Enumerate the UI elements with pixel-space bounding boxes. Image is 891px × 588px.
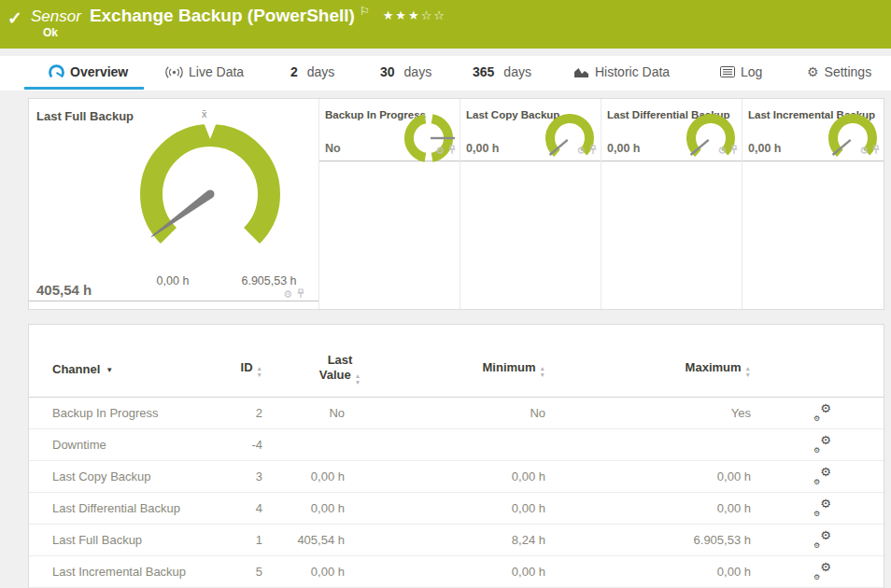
sort-arrows-icon: ▲▼	[745, 366, 751, 377]
tab-settings[interactable]: ⚙ Settings	[807, 56, 871, 88]
gear-icon: ⚙	[807, 64, 819, 79]
tab-bar: Overview Live Data 2 days 30 days 365 da…	[0, 56, 891, 91]
tab-historic-data[interactable]: Historic Data	[573, 56, 670, 88]
tab-number: 30	[380, 64, 395, 79]
channel-maximum: 0,00 h	[545, 565, 751, 579]
tab-label: Settings	[825, 64, 872, 79]
gauges-panel: Last Full Backup x̄ 0,00 h 6.905,53 h 40…	[28, 98, 884, 310]
table-row: Downtime -4 ⚙⚙	[29, 429, 884, 461]
channel-id: 2	[225, 406, 262, 420]
column-header-minimum[interactable]: Minimum▲▼	[345, 360, 545, 377]
channel-settings-icon[interactable]: ⚙⚙	[813, 469, 831, 484]
channel-name: Last Differential Backup	[52, 501, 225, 515]
object-type-label: Sensor	[31, 7, 81, 25]
tab-number: 365	[473, 64, 494, 79]
tab-label: Overview	[70, 64, 128, 79]
area-chart-icon	[573, 66, 589, 78]
gauge-settings-gear-icon[interactable]: ⚙	[435, 146, 445, 156]
channel-last-value: 0,00 h	[262, 469, 345, 483]
pin-icon[interactable]	[729, 142, 739, 159]
channel-name: Backup In Progress	[52, 406, 225, 420]
channel-last-value: 405,54 h	[262, 533, 345, 547]
priority-stars[interactable]: ★★★☆☆	[383, 8, 446, 22]
broadcast-icon	[165, 65, 183, 79]
sensor-header: ✓ SensorExchange Backup (PowerShell)⚐★★★…	[0, 0, 891, 49]
gauge-last-differential-backup: Last Differential Backup 0,00 h ⚙	[601, 99, 742, 309]
gauge-last-copy-backup: Last Copy Backup 0,00 h ⚙	[460, 99, 601, 309]
channel-maximum: 0,00 h	[545, 501, 751, 515]
column-header-id[interactable]: ID▲▼	[225, 360, 262, 377]
gauge-last-full-backup: Last Full Backup x̄ 0,00 h 6.905,53 h 40…	[29, 99, 318, 301]
channel-settings-icon[interactable]: ⚙⚙	[813, 437, 831, 453]
column-header-channel[interactable]: Channel▼	[52, 362, 225, 376]
tab-log[interactable]: Log	[720, 56, 762, 88]
channel-id: 1	[225, 533, 262, 547]
gauge-settings-gear-icon[interactable]: ⚙	[283, 289, 292, 300]
gauge-backup-in-progress: Backup In Progress No ⚙	[318, 99, 460, 309]
channel-name: Last Full Backup	[52, 533, 225, 547]
gauge-value: 405,54 h	[36, 282, 92, 298]
gauge-settings-gear-icon[interactable]: ⚙	[576, 146, 586, 156]
channel-settings-icon[interactable]: ⚙⚙	[813, 500, 831, 516]
channel-minimum: 0,00 h	[345, 565, 545, 579]
active-tab-underline	[24, 87, 144, 90]
tab-label: Historic Data	[595, 64, 670, 79]
tab-label: Log	[741, 64, 762, 79]
gauge-icon	[49, 64, 64, 80]
table-row: Last Full Backup 1 405,54 h 8,24 h 6.905…	[29, 525, 884, 556]
average-marker: x̄	[202, 108, 207, 119]
channel-minimum: No	[345, 406, 545, 420]
table-row: Backup In Progress 2 No No Yes ⚙⚙	[29, 398, 884, 429]
channel-name: Last Copy Backup	[52, 469, 225, 483]
priority-flag-icon[interactable]: ⚐	[360, 5, 370, 18]
table-row: Last Differential Backup 4 0,00 h 0,00 h…	[29, 493, 884, 525]
gauge-settings-gear-icon[interactable]: ⚙	[859, 146, 869, 156]
tab-365-days[interactable]: 365 days	[473, 56, 531, 88]
channel-id: 4	[225, 501, 262, 515]
channel-maximum: Yes	[545, 406, 751, 420]
channel-id: 5	[225, 565, 262, 579]
channel-last-value: 0,00 h	[262, 501, 345, 515]
pin-icon[interactable]	[447, 142, 457, 159]
sort-caret-icon: ▼	[106, 366, 113, 374]
channel-settings-icon[interactable]: ⚙⚙	[813, 564, 831, 580]
gauge-min-label: 0,00 h	[139, 274, 206, 287]
channel-maximum: 6.905,53 h	[545, 533, 751, 547]
tab-2-days[interactable]: 2 days	[290, 56, 334, 88]
status-badge: Ok	[43, 26, 58, 39]
column-header-last-value[interactable]: Last Value▲▼	[262, 353, 345, 385]
pin-icon[interactable]	[588, 142, 598, 159]
tab-label: days	[307, 64, 335, 79]
channel-settings-icon[interactable]: ⚙⚙	[813, 405, 831, 421]
tab-live-data[interactable]: Live Data	[165, 56, 244, 88]
gauge-value: 0,00 h	[607, 142, 640, 155]
gauge-value: No	[325, 142, 341, 155]
channel-name: Last Incremental Backup	[52, 565, 225, 579]
channel-id: 3	[225, 469, 262, 483]
pin-icon[interactable]	[871, 142, 881, 159]
gauge-last-incremental-backup: Last Incremental Backup 0,00 h ⚙	[742, 99, 884, 309]
status-ok-check-icon: ✓	[7, 7, 22, 29]
tab-label: days	[503, 64, 531, 79]
tab-30-days[interactable]: 30 days	[380, 56, 431, 88]
table-row: Last Copy Backup 3 0,00 h 0,00 h 0,00 h …	[29, 461, 884, 493]
gauge-settings-gear-icon[interactable]: ⚙	[717, 146, 727, 156]
channel-maximum: 0,00 h	[545, 469, 751, 483]
column-header-maximum[interactable]: Maximum▲▼	[545, 360, 751, 377]
channel-minimum: 0,00 h	[345, 501, 545, 515]
tab-label: days	[404, 64, 432, 79]
gauge-value: 0,00 h	[748, 142, 781, 155]
pin-icon[interactable]	[296, 286, 305, 302]
table-row: Last Incremental Backup 5 0,00 h 0,00 h …	[29, 556, 884, 588]
tab-number: 2	[290, 64, 298, 79]
channel-minimum: 0,00 h	[345, 469, 545, 483]
channel-last-value: 0,00 h	[262, 565, 345, 579]
channel-table: Channel▼ ID▲▼ Last Value▲▼ Minimum▲▼ Max…	[28, 324, 884, 588]
log-list-icon	[720, 66, 735, 77]
channel-minimum: 8,24 h	[345, 533, 545, 547]
tab-overview[interactable]: Overview	[49, 56, 128, 88]
gauge-dial[interactable]	[135, 119, 285, 269]
tab-label: Live Data	[189, 64, 244, 79]
page-title: Exchange Backup (PowerShell)	[90, 6, 355, 25]
channel-settings-icon[interactable]: ⚙⚙	[813, 532, 831, 548]
